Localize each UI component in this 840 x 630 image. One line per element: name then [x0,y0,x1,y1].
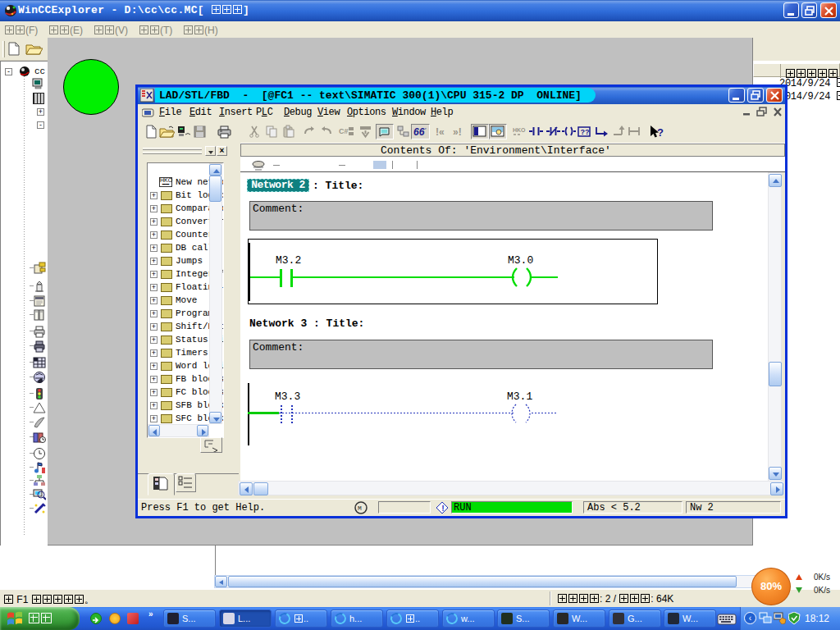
svg-text:!: ! [441,504,445,514]
svg-text:66: 66 [413,126,425,138]
svg-text:C#: C# [339,127,349,135]
svg-text:HKO: HKO [513,127,526,133]
svg-text:??: ?? [581,128,590,136]
svg-text:M: M [358,504,362,512]
svg-text:?: ? [657,126,664,139]
svg-text:′: ′ [425,126,427,134]
svg-text:»!: »! [453,126,462,138]
svg-text:!«: !« [436,126,445,138]
